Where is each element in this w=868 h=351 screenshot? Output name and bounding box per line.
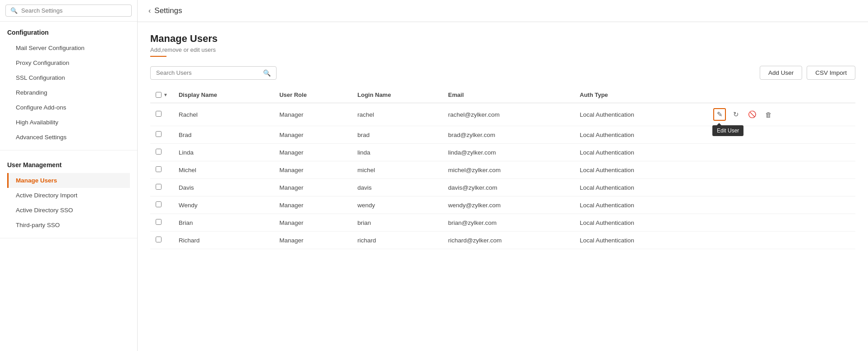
action-icons: ✎Edit User↻🚫🗑 — [713, 108, 850, 121]
row-checkbox-cell — [150, 214, 173, 232]
page-subtitle: Add,remove or edit users — [150, 46, 855, 53]
row-login-name: wendy — [352, 196, 443, 214]
row-auth-type: Local Authentication — [574, 103, 708, 126]
table-row: BrianManagerbrianbrian@zylker.comLocal A… — [150, 214, 855, 232]
sidebar-search-icon: 🔍 — [10, 7, 18, 14]
sidebar-item-proxy[interactable]: Proxy Configuration — [7, 55, 130, 70]
table-row: DavisManagerdavisdavis@zylker.comLocal A… — [150, 179, 855, 196]
sidebar-search-input[interactable] — [21, 7, 127, 14]
table-row: MichelManagermichelmichel@zylker.comLoca… — [150, 161, 855, 179]
row-user-role: Manager — [274, 214, 352, 232]
row-display-name: Davis — [173, 179, 274, 196]
row-actions-cell — [708, 214, 855, 232]
user-search-wrapper[interactable]: 🔍 — [150, 66, 277, 80]
row-display-name: Linda — [173, 144, 274, 161]
row-actions-cell — [708, 161, 855, 179]
row-user-role: Manager — [274, 103, 352, 126]
row-checkbox[interactable] — [156, 111, 162, 117]
row-display-name: Brian — [173, 214, 274, 232]
row-checkbox[interactable] — [156, 149, 162, 155]
row-display-name: Richard — [173, 232, 274, 249]
row-email: richard@zylker.com — [443, 232, 574, 249]
row-checkbox[interactable] — [156, 166, 162, 172]
table-row: BradManagerbradbrad@zylker.comLocal Auth… — [150, 126, 855, 144]
edit-user-tooltip: Edit User — [712, 125, 743, 136]
title-underline — [150, 56, 166, 57]
row-checkbox[interactable] — [156, 184, 162, 190]
sidebar-item-ssl[interactable]: SSL Configuration — [7, 70, 130, 85]
main-content: Manage Users Add,remove or edit users 🔍 … — [138, 22, 868, 351]
user-table: ▼ Display Name User Role Login Name Emai… — [150, 87, 855, 249]
row-email: michel@zylker.com — [443, 161, 574, 179]
row-auth-type: Local Authentication — [574, 144, 708, 161]
col-auth-type: Auth Type — [574, 87, 708, 103]
row-checkbox-cell — [150, 161, 173, 179]
edit-user-button[interactable]: ✎Edit User — [713, 108, 726, 121]
table-header-row: ▼ Display Name User Role Login Name Emai… — [150, 87, 855, 103]
add-user-button[interactable]: Add User — [760, 66, 802, 80]
row-checkbox[interactable] — [156, 237, 162, 242]
reset-password-button[interactable]: ↻ — [729, 108, 742, 121]
sidebar-item-high-availability[interactable]: High Availability — [7, 115, 130, 130]
row-actions-cell: ✎Edit User↻🚫🗑 — [708, 103, 855, 126]
delete-user-button[interactable]: 🗑 — [762, 108, 775, 121]
row-auth-type: Local Authentication — [574, 232, 708, 249]
row-login-name: linda — [352, 144, 443, 161]
sidebar-search-area: 🔍 — [0, 0, 137, 22]
table-row: LindaManagerlindalinda@zylker.comLocal A… — [150, 144, 855, 161]
back-arrow-icon[interactable]: ‹ — [148, 7, 151, 15]
row-display-name: Rachel — [173, 103, 274, 126]
row-actions-cell — [708, 179, 855, 196]
row-display-name: Brad — [173, 126, 274, 144]
row-checkbox[interactable] — [156, 131, 162, 137]
page-title: Manage Users — [150, 33, 855, 45]
col-login-name: Login Name — [352, 87, 443, 103]
row-login-name: rachel — [352, 103, 443, 126]
row-login-name: brad — [352, 126, 443, 144]
sidebar-item-third-party-sso[interactable]: Third-party SSO — [7, 218, 130, 232]
sidebar-item-manage-users[interactable]: Manage Users — [7, 173, 130, 188]
row-auth-type: Local Authentication — [574, 179, 708, 196]
col-email: Email — [443, 87, 574, 103]
sidebar-nav: ConfigurationMail Server ConfigurationPr… — [0, 22, 137, 242]
row-email: brad@zylker.com — [443, 126, 574, 144]
row-checkbox-cell — [150, 144, 173, 161]
user-search-input[interactable] — [156, 69, 259, 76]
row-checkbox[interactable] — [156, 219, 162, 225]
sidebar-section-title: Configuration — [7, 29, 130, 36]
sidebar-item-ad-import[interactable]: Active Directory Import — [7, 188, 130, 203]
row-auth-type: Local Authentication — [574, 126, 708, 144]
sidebar-divider — [0, 150, 137, 150]
select-chevron-icon[interactable]: ▼ — [163, 92, 168, 97]
block-user-button[interactable]: 🚫 — [746, 108, 758, 121]
row-login-name: brian — [352, 214, 443, 232]
row-auth-type: Local Authentication — [574, 196, 708, 214]
row-user-role: Manager — [274, 179, 352, 196]
sidebar-section-title: User Management — [7, 161, 130, 169]
row-user-role: Manager — [274, 126, 352, 144]
sidebar-item-rebranding[interactable]: Rebranding — [7, 85, 130, 100]
sidebar-item-advanced[interactable]: Advanced Settings — [7, 130, 130, 145]
row-email: davis@zylker.com — [443, 179, 574, 196]
row-checkbox[interactable] — [156, 201, 162, 207]
sidebar: 🔍 ConfigurationMail Server Configuration… — [0, 0, 138, 351]
csv-import-button[interactable]: CSV Import — [807, 66, 855, 80]
row-auth-type: Local Authentication — [574, 214, 708, 232]
table-row: RichardManagerrichardrichard@zylker.comL… — [150, 232, 855, 249]
sidebar-item-add-ons[interactable]: Configure Add-ons — [7, 100, 130, 115]
select-all-checkbox[interactable] — [156, 92, 162, 98]
sidebar-item-mail-server[interactable]: Mail Server Configuration — [7, 41, 130, 55]
user-search-icon: 🔍 — [263, 69, 271, 77]
row-user-role: Manager — [274, 232, 352, 249]
row-checkbox-cell — [150, 196, 173, 214]
sidebar-divider — [0, 238, 137, 238]
main-header: ‹ Settings — [138, 0, 868, 22]
row-email: linda@zylker.com — [443, 144, 574, 161]
row-actions-cell — [708, 232, 855, 249]
sidebar-search-wrapper[interactable]: 🔍 — [5, 5, 132, 17]
sidebar-item-ad-sso[interactable]: Active Directory SSO — [7, 203, 130, 218]
row-login-name: richard — [352, 232, 443, 249]
row-email: rachel@zylker.com — [443, 103, 574, 126]
toolbar-buttons: Add User CSV Import — [760, 66, 855, 80]
col-actions — [708, 87, 855, 103]
